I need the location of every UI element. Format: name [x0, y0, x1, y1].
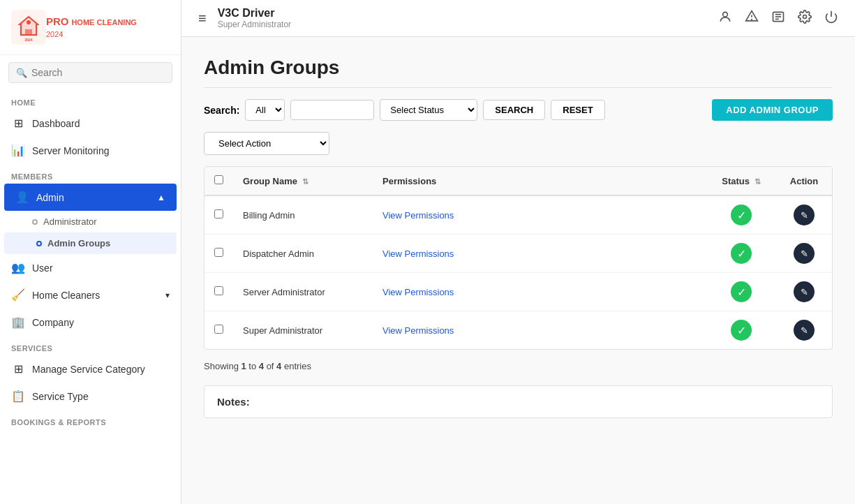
search-input[interactable] [31, 67, 165, 78]
header-user-role: Super Administrator [218, 20, 707, 29]
row-checkbox-cell [205, 195, 233, 235]
dashboard-icon: ⊞ [11, 117, 25, 130]
th-group-name[interactable]: Group Name ⇅ [233, 167, 373, 195]
logo-text: PRO HOME CLEANING 2024 [46, 15, 137, 40]
sidebar-item-server-monitoring[interactable]: 📊 Server Monitoring [0, 137, 181, 164]
status-active-icon: ✓ [731, 243, 752, 264]
header-user-name: V3C Driver [218, 7, 707, 20]
row-permissions: View Permissions [373, 235, 706, 273]
header-title: V3C Driver Super Administrator [218, 7, 707, 29]
settings-icon[interactable] [798, 10, 812, 27]
th-status[interactable]: Status ⇅ [706, 167, 776, 195]
row-action: ✎ [776, 273, 832, 311]
status-active-icon: ✓ [731, 320, 752, 341]
table-header-row: Group Name ⇅ Permissions Status ⇅ Action [205, 167, 832, 195]
svg-point-4 [27, 20, 31, 24]
th-action: Action [776, 167, 832, 195]
search-filter-select[interactable]: All [245, 99, 285, 121]
sidebar-item-admin-groups[interactable]: Admin Groups [4, 232, 177, 254]
search-label: Search: [204, 105, 239, 116]
status-active-icon: ✓ [731, 281, 752, 302]
row-checkbox[interactable] [214, 209, 223, 218]
pagination-info: Showing 1 to 4 of 4 entries [204, 361, 833, 371]
header-icons [718, 10, 838, 27]
edit-button[interactable]: ✎ [794, 281, 815, 302]
table-row: Super Administrator View Permissions ✓ ✎ [205, 311, 832, 350]
row-checkbox[interactable] [214, 248, 223, 257]
th-checkbox [205, 167, 233, 195]
search-button[interactable]: SEARCH [483, 100, 545, 120]
svg-rect-3 [25, 29, 32, 35]
view-permissions-link[interactable]: View Permissions [382, 287, 454, 297]
row-action: ✎ [776, 195, 832, 235]
sub-dot-administrator [32, 219, 38, 225]
sidebar-item-home-cleaners[interactable]: 🧹 Home Cleaners ▾ [0, 281, 181, 309]
sidebar-item-user[interactable]: 👥 User [0, 254, 181, 281]
svg-point-8 [752, 19, 752, 20]
main-content: Admin Groups Search: All Select Status A… [181, 37, 855, 504]
table-row: Dispatcher Admin View Permissions ✓ ✎ [205, 235, 832, 273]
search-bar: Search: All Select Status Active Inactiv… [204, 99, 833, 121]
sidebar-item-dashboard[interactable]: ⊞ Dashboard [0, 110, 181, 137]
company-icon: 🏢 [11, 316, 25, 329]
svg-text:2024: 2024 [24, 38, 32, 42]
status-select[interactable]: Select Status Active Inactive [380, 99, 477, 121]
row-status: ✓ [706, 273, 776, 311]
row-action: ✎ [776, 311, 832, 350]
admin-groups-table: Group Name ⇅ Permissions Status ⇅ Action [204, 166, 833, 350]
select-all-checkbox[interactable] [214, 175, 223, 184]
row-checkbox-cell [205, 235, 233, 273]
row-status: ✓ [706, 311, 776, 350]
sort-status-icon: ⇅ [754, 177, 761, 186]
server-monitoring-icon: 📊 [11, 144, 25, 157]
edit-button[interactable]: ✎ [794, 320, 815, 341]
row-status: ✓ [706, 195, 776, 235]
add-admin-group-button[interactable]: ADD ADMIN GROUP [712, 99, 833, 121]
row-status: ✓ [706, 235, 776, 273]
row-checkbox[interactable] [214, 325, 223, 334]
sidebar-item-service-type[interactable]: 📋 Service Type [0, 383, 181, 410]
sidebar: 2024 PRO HOME CLEANING 2024 🔍 HOME ⊞ Das… [0, 0, 181, 504]
sub-item-label: Admin Groups [47, 238, 110, 249]
home-cleaners-icon: 🧹 [11, 288, 25, 302]
sidebar-item-label: Home Cleaners [32, 290, 100, 301]
list-icon[interactable] [771, 10, 785, 27]
search-icon: 🔍 [16, 68, 27, 78]
sidebar-logo: 2024 PRO HOME CLEANING 2024 [0, 0, 181, 55]
view-permissions-link[interactable]: View Permissions [382, 249, 454, 259]
manage-service-icon: ⊞ [11, 362, 25, 376]
edit-button[interactable]: ✎ [794, 243, 815, 264]
row-checkbox[interactable] [214, 286, 223, 295]
sidebar-item-company[interactable]: 🏢 Company [0, 309, 181, 336]
view-permissions-link[interactable]: View Permissions [382, 210, 454, 221]
edit-button[interactable]: ✎ [794, 205, 815, 225]
sidebar-item-manage-service-category[interactable]: ⊞ Manage Service Category [0, 355, 181, 383]
menu-toggle-button[interactable]: ≡ [198, 10, 207, 27]
sidebar-item-administrator[interactable]: Administrator [0, 211, 181, 232]
sidebar-item-label: Manage Service Category [32, 364, 145, 375]
row-group-name: Billing Admin [233, 195, 373, 235]
row-group-name: Super Administrator [233, 311, 373, 350]
sort-group-name-icon: ⇅ [302, 177, 308, 186]
row-permissions: View Permissions [373, 195, 706, 235]
table-row: Server Administrator View Permissions ✓ … [205, 273, 832, 311]
sub-item-label: Administrator [43, 216, 97, 227]
notes-title: Notes: [217, 396, 819, 408]
page-from: 1 [241, 361, 246, 371]
sidebar-item-label: User [32, 262, 53, 274]
main-area: ≡ V3C Driver Super Administrator Admin [181, 0, 855, 504]
svg-point-13 [803, 15, 807, 18]
section-members-label: MEMBERS [0, 164, 181, 184]
search-text-input[interactable] [290, 100, 374, 120]
reset-button[interactable]: RESET [551, 100, 604, 120]
th-permissions: Permissions [373, 167, 706, 195]
table-row: Billing Admin View Permissions ✓ ✎ [205, 195, 832, 235]
sidebar-item-admin[interactable]: 👤 Admin ▲ [4, 184, 177, 211]
sidebar-search-container[interactable]: 🔍 [8, 62, 172, 83]
view-permissions-link[interactable]: View Permissions [382, 325, 454, 336]
action-select[interactable]: Select Action Delete [204, 132, 329, 155]
alert-icon[interactable] [745, 10, 759, 27]
power-icon[interactable] [824, 10, 838, 27]
showing-suffix: entries [281, 361, 311, 371]
user-profile-icon[interactable] [718, 10, 732, 27]
